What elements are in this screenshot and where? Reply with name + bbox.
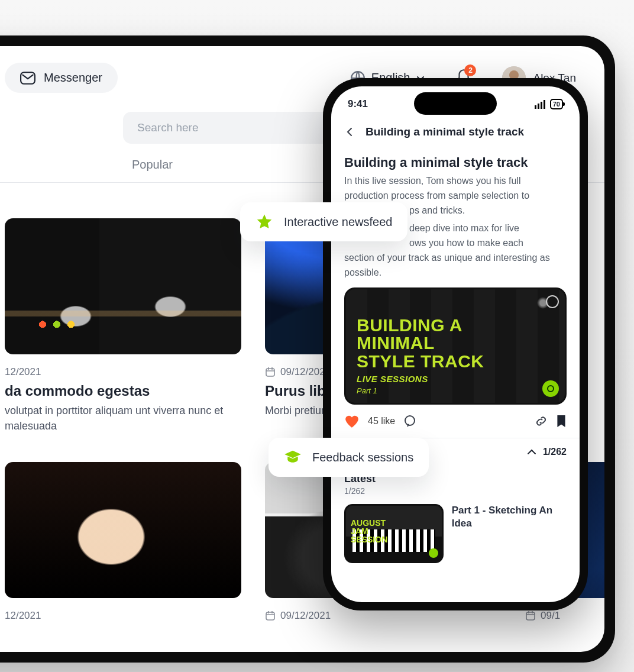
latest-item-title: Part 1 - Sketching An Idea xyxy=(452,504,567,563)
card-date: 09/12/2021 xyxy=(265,610,502,622)
feed-card[interactable]: 12/2021 xyxy=(5,462,241,622)
pager-nav[interactable]: 1/262 xyxy=(526,447,567,457)
svg-rect-5 xyxy=(266,612,274,620)
like-count: 45 like xyxy=(368,416,395,427)
card-thumbnail xyxy=(5,462,241,598)
calendar-icon xyxy=(265,367,276,377)
latest-count: 1/262 xyxy=(344,486,567,496)
share-link-icon[interactable] xyxy=(535,415,548,428)
lesson-hero[interactable]: BUILDING AMINIMALSTYLE TRACK LIVE SESSIO… xyxy=(344,287,567,405)
hero-text: BUILDING AMINIMALSTYLE TRACK LIVE SESSIO… xyxy=(357,316,554,396)
card-title: da commodo egestas xyxy=(5,383,241,399)
card-date: 12/2021 xyxy=(5,366,241,378)
loop-icon xyxy=(546,295,559,308)
mail-icon xyxy=(20,72,35,85)
card-thumbnail xyxy=(5,218,241,354)
latest-item[interactable]: AUGUST JAM SESSION Part 1 - Sketching An… xyxy=(344,504,567,563)
card-date: 09/1 xyxy=(525,610,604,622)
phone-device: 9:41 70 Building a minimal style track B… xyxy=(323,78,588,610)
calendar-icon xyxy=(525,610,536,621)
signal-icon xyxy=(535,100,545,109)
pill-label: Feedback sessions xyxy=(312,451,413,464)
svg-rect-6 xyxy=(526,612,535,620)
page-header: Building a minimal style track xyxy=(331,110,580,142)
tab-popular[interactable]: Popular xyxy=(132,158,173,182)
svg-rect-4 xyxy=(266,369,274,376)
status-time: 9:41 xyxy=(348,98,368,110)
article-title: Building a minimal style track xyxy=(344,155,567,170)
latest-section: Latest 1/262 AUGUST JAM SESSION Part 1 -… xyxy=(331,466,580,567)
search-placeholder: Search here xyxy=(137,121,199,134)
svg-point-8 xyxy=(405,416,415,425)
feature-pill-feedback: Feedback sessions xyxy=(269,438,429,477)
chevron-up-icon xyxy=(526,448,537,456)
card-desc: volutpat in porttitor aliquam unt viverr… xyxy=(5,403,241,434)
calendar-icon xyxy=(265,610,276,621)
svg-point-7 xyxy=(548,386,554,392)
pill-label: Interactive newsfeed xyxy=(284,215,392,229)
feed-card[interactable]: 12/2021 da commodo egestas volutpat in p… xyxy=(5,218,241,434)
phone-screen: 9:41 70 Building a minimal style track B… xyxy=(331,86,580,602)
battery-indicator: 70 xyxy=(550,99,563,109)
star-icon xyxy=(255,213,273,231)
back-icon[interactable] xyxy=(344,127,355,137)
messenger-button[interactable]: Messenger xyxy=(5,63,118,93)
engagement-bar: 45 like xyxy=(331,405,580,438)
messenger-label: Messenger xyxy=(44,71,102,85)
play-dot-icon xyxy=(429,548,438,558)
bookmark-icon[interactable] xyxy=(556,415,567,428)
graduation-cap-icon xyxy=(284,448,302,466)
feature-pill-newsfeed: Interactive newsfeed xyxy=(240,202,407,241)
like-icon[interactable] xyxy=(344,414,360,428)
phone-notch xyxy=(414,92,497,115)
card-date: 12/2021 xyxy=(5,610,241,622)
latest-thumbnail: AUGUST JAM SESSION xyxy=(344,504,444,563)
play-icon[interactable] xyxy=(542,380,559,397)
comment-icon[interactable] xyxy=(403,415,416,428)
page-title: Building a minimal style track xyxy=(365,125,524,138)
notification-badge: 2 xyxy=(464,64,476,76)
